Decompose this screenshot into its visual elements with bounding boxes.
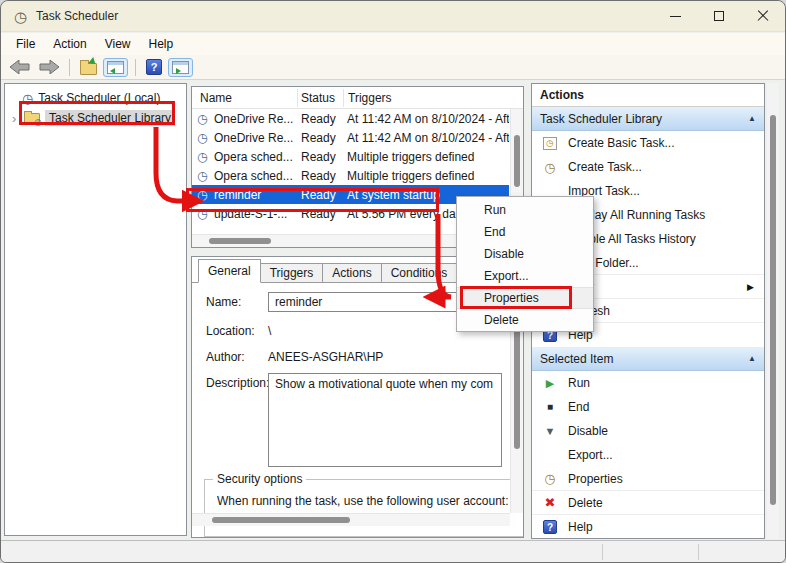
disable-icon: ▼ xyxy=(542,426,558,437)
context-menu-disable[interactable]: Disable xyxy=(457,243,593,265)
details-horizontal-scrollbar[interactable] xyxy=(192,513,510,526)
console-tree-panel: ◷ Task Scheduler (Local) › ◷ Task Schedu… xyxy=(4,83,187,536)
menu-help[interactable]: Help xyxy=(140,35,183,53)
tab-general[interactable]: General xyxy=(198,259,261,283)
action-label: Run xyxy=(568,376,590,390)
context-menu-export[interactable]: Export... xyxy=(457,265,593,287)
task-clock-icon: ◷ xyxy=(197,189,211,201)
minimize-button[interactable] xyxy=(653,1,697,32)
app-clock-icon: ◷ xyxy=(14,9,27,24)
column-header-status[interactable]: Status xyxy=(298,91,343,105)
task-row[interactable]: ◷ Opera sched... Ready Multiple triggers… xyxy=(192,147,509,166)
close-button[interactable] xyxy=(741,1,785,32)
location-value: \ xyxy=(268,321,271,338)
action-label: Properties xyxy=(568,472,623,486)
action-create-basic-task[interactable]: ◷ Create Basic Task... xyxy=(532,131,764,155)
help-icon: ? xyxy=(146,59,162,75)
section-header-library[interactable]: Task Scheduler Library ▲ xyxy=(532,107,764,131)
action-run[interactable]: ▶ Run xyxy=(532,371,764,395)
task-status: Ready xyxy=(298,169,344,183)
name-label: Name: xyxy=(206,292,268,309)
description-label: Description: xyxy=(206,373,268,390)
context-menu-run[interactable]: Run xyxy=(457,199,593,221)
chevron-right-icon[interactable]: › xyxy=(12,112,22,125)
context-menu-delete[interactable]: Delete xyxy=(457,309,593,331)
close-icon xyxy=(757,10,769,22)
section-header-selected-item[interactable]: Selected Item ▲ xyxy=(532,347,764,371)
description-field[interactable]: Show a motivational quote when my com xyxy=(268,373,502,467)
tab-conditions[interactable]: Conditions xyxy=(381,263,458,283)
status-separator xyxy=(602,544,603,560)
scrollbar-thumb[interactable] xyxy=(770,115,776,505)
back-button[interactable] xyxy=(7,58,33,76)
action-label: Help xyxy=(568,520,593,534)
task-triggers: Multiple triggers defined xyxy=(344,169,509,183)
help-icon: ? xyxy=(542,520,558,534)
window-title: Task Scheduler xyxy=(36,9,118,23)
forward-button[interactable] xyxy=(36,58,62,76)
tree-item-root[interactable]: ◷ Task Scheduler (Local) xyxy=(5,88,186,108)
tab-triggers[interactable]: Triggers xyxy=(260,263,324,283)
location-label: Location: xyxy=(206,321,268,338)
maximize-button[interactable] xyxy=(697,1,741,32)
window-controls xyxy=(653,1,785,32)
forward-arrow-icon xyxy=(39,60,59,74)
scrollbar-thumb[interactable] xyxy=(209,238,271,244)
action-label: Create Basic Task... xyxy=(568,136,675,150)
task-clock-icon: ◷ xyxy=(197,132,211,144)
task-name: OneDrive Re... xyxy=(214,112,298,126)
section-header-label: Selected Item xyxy=(540,352,613,366)
action-pane-icon xyxy=(172,61,189,74)
scrollbar-thumb[interactable] xyxy=(514,135,520,187)
task-name: Opera sched... xyxy=(214,150,298,164)
action-label: Create Task... xyxy=(568,160,642,174)
help-button[interactable]: ? xyxy=(143,57,165,77)
action-export[interactable]: Export... xyxy=(532,443,764,467)
console-tree-icon xyxy=(107,61,124,74)
status-bar xyxy=(1,540,785,563)
show-action-pane-button[interactable] xyxy=(168,58,193,77)
action-create-task[interactable]: ◷ Create Task... xyxy=(532,155,764,179)
scrollbar-thumb[interactable] xyxy=(212,517,350,523)
action-end[interactable]: ■ End xyxy=(532,395,764,419)
section-header-label: Task Scheduler Library xyxy=(540,112,662,126)
collapse-icon[interactable]: ▲ xyxy=(748,114,756,123)
column-header-name[interactable]: Name xyxy=(192,91,297,105)
task-row[interactable]: ◷ Opera sched... Ready Multiple triggers… xyxy=(192,166,509,185)
collapse-icon[interactable]: ▲ xyxy=(748,354,756,363)
task-triggers: At 11:42 AM on 8/10/2024 - Aft xyxy=(344,112,509,126)
actions-panel-title: Actions xyxy=(532,84,764,107)
toolbar: ? xyxy=(1,55,785,80)
context-menu-end[interactable]: End xyxy=(457,221,593,243)
properties-icon: ◷ xyxy=(542,472,558,485)
author-value: ANEES-ASGHAR\HP xyxy=(268,347,383,364)
menu-view[interactable]: View xyxy=(96,35,140,53)
security-options-group: Security options When running the task, … xyxy=(204,479,524,537)
show-console-tree-button[interactable] xyxy=(103,58,128,77)
task-name: OneDrive Re... xyxy=(214,131,298,145)
task-status: Ready xyxy=(298,150,344,164)
author-label: Author: xyxy=(206,347,268,364)
title-bar: ◷ Task Scheduler xyxy=(1,1,785,32)
column-header-triggers[interactable]: Triggers xyxy=(344,91,523,105)
context-menu: Run End Disable Export... Properties Del… xyxy=(456,196,594,332)
maximize-icon xyxy=(714,11,724,21)
tab-actions[interactable]: Actions xyxy=(322,263,381,283)
menu-action[interactable]: Action xyxy=(44,35,95,53)
task-row[interactable]: ◷ OneDrive Re... Ready At 11:42 AM on 8/… xyxy=(192,109,509,128)
action-help-selected[interactable]: ? Help xyxy=(532,515,764,539)
create-task-icon: ◷ xyxy=(542,161,558,174)
action-disable[interactable]: ▼ Disable xyxy=(532,419,764,443)
tree-item-library[interactable]: › ◷ Task Scheduler Library xyxy=(5,108,186,128)
task-status: Ready xyxy=(298,131,344,145)
context-menu-properties[interactable]: Properties xyxy=(457,287,593,309)
action-delete[interactable]: ✖ Delete xyxy=(532,491,764,515)
action-label: Disable xyxy=(568,424,608,438)
menu-file[interactable]: File xyxy=(7,35,44,53)
library-folder-icon: ◷ xyxy=(24,113,40,124)
task-row[interactable]: ◷ OneDrive Re... Ready At 11:42 AM on 8/… xyxy=(192,128,509,147)
action-properties[interactable]: ◷ Properties xyxy=(532,467,764,491)
actions-vertical-scrollbar[interactable] xyxy=(767,83,779,539)
open-folder-button[interactable] xyxy=(77,58,100,77)
task-status: Ready xyxy=(298,188,344,202)
